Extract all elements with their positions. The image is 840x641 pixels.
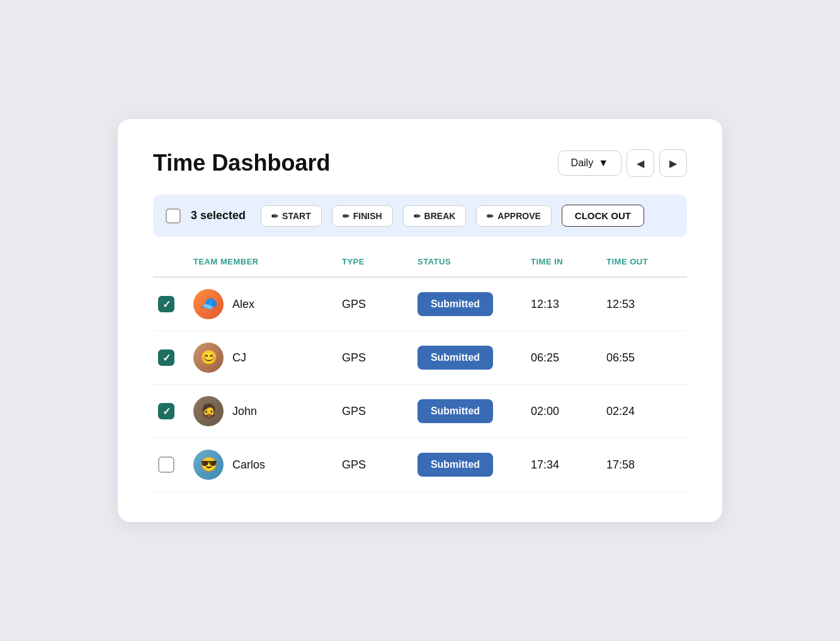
next-arrow-icon: ▶ [669,157,677,169]
approve-label: APPROVE [497,211,540,221]
type-john: GPS [342,405,417,418]
time-out-carlos: 17:58 [606,458,682,472]
avatar-john: 🧔 [193,396,224,426]
time-in-carlos: 17:34 [531,458,606,472]
avatar-icon: 😎 [200,458,217,472]
pencil-icon [487,211,494,221]
status-badge-john: Submitted [417,399,493,423]
row-checkbox-carlos[interactable] [158,457,174,473]
selection-bar: 3 selected START FINISH BREAK APPROVE CL… [153,195,687,237]
dashboard-card: Time Dashboard Daily ▼ ◀ ▶ 3 selected ST… [118,119,722,522]
time-table: TEAM MEMBER TYPE STATUS TIME IN TIME OUT… [153,257,687,492]
pencil-icon [414,211,421,221]
avatar-icon: 😊 [200,351,217,365]
page-title: Time Dashboard [153,150,330,176]
clock-out-button[interactable]: CLOCK OUT [562,205,644,227]
avatar-icon: 🧢 [200,297,217,311]
col-team-member: TEAM MEMBER [193,257,342,266]
pencil-icon [343,211,349,221]
time-in-john: 02:00 [531,405,606,418]
member-cell-john: 🧔 John [193,396,342,426]
approve-button[interactable]: APPROVE [476,205,551,227]
daily-selector[interactable]: Daily ▼ [558,150,621,176]
avatar-cj: 😊 [193,343,224,373]
status-badge-cj: Submitted [417,346,493,370]
daily-arrow-icon: ▼ [598,157,608,169]
type-carlos: GPS [342,458,417,472]
type-cj: GPS [342,351,417,365]
row-checkbox-alex[interactable] [158,296,174,312]
avatar-icon: 🧔 [200,404,217,418]
status-cell-alex: Submitted [417,292,531,316]
table-row: 🧔 John GPS Submitted 02:00 02:24 [153,385,687,438]
table-row: 😊 CJ GPS Submitted 06:25 06:55 [153,331,687,385]
avatar-carlos: 😎 [193,450,224,480]
dashboard-header: Time Dashboard Daily ▼ ◀ ▶ [153,149,687,177]
time-in-cj: 06:25 [531,351,606,365]
member-name-alex: Alex [232,298,254,311]
select-all-checkbox[interactable] [166,208,181,224]
prev-arrow-icon: ◀ [637,157,644,169]
time-in-alex: 12:13 [531,298,606,311]
col-time-out: TIME OUT [606,257,682,266]
member-cell-alex: 🧢 Alex [193,289,342,319]
header-controls: Daily ▼ ◀ ▶ [558,149,687,177]
next-button[interactable]: ▶ [659,149,687,177]
status-badge-alex: Submitted [417,292,493,316]
status-cell-carlos: Submitted [417,453,531,477]
daily-label: Daily [571,157,594,169]
member-cell-cj: 😊 CJ [193,343,342,373]
type-alex: GPS [342,298,417,311]
col-checkbox [158,257,193,266]
avatar-alex: 🧢 [193,289,224,319]
member-name-cj: CJ [232,351,246,365]
finish-label: FINISH [353,211,382,221]
member-cell-carlos: 😎 Carlos [193,450,342,480]
member-name-carlos: Carlos [232,458,265,472]
start-label: START [282,211,311,221]
clock-out-label: CLOCK OUT [575,210,631,221]
start-button[interactable]: START [261,205,322,227]
col-status: STATUS [417,257,531,266]
break-button[interactable]: BREAK [403,205,467,227]
member-name-john: John [232,405,257,418]
prev-button[interactable]: ◀ [627,149,654,177]
table-row: 😎 Carlos GPS Submitted 17:34 17:58 [153,438,687,492]
selected-count: 3 selected [191,209,246,222]
col-time-in: TIME IN [531,257,606,266]
table-row: 🧢 Alex GPS Submitted 12:13 12:53 [153,278,687,331]
pencil-icon [271,211,278,221]
row-checkbox-john[interactable] [158,403,174,419]
time-out-alex: 12:53 [606,298,682,311]
table-header: TEAM MEMBER TYPE STATUS TIME IN TIME OUT [153,257,687,278]
status-badge-carlos: Submitted [417,453,493,477]
status-cell-cj: Submitted [417,346,531,370]
finish-button[interactable]: FINISH [332,205,393,227]
time-out-john: 02:24 [606,405,682,418]
time-out-cj: 06:55 [606,351,682,365]
col-type: TYPE [342,257,417,266]
status-cell-john: Submitted [417,399,531,423]
row-checkbox-cj[interactable] [158,349,174,366]
break-label: BREAK [424,211,456,221]
